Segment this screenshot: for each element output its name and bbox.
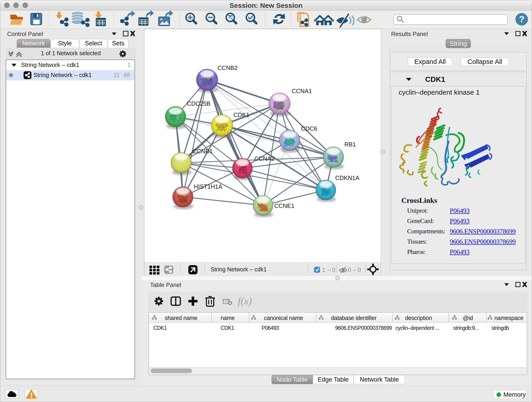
svg-text:CDK1: CDK1 <box>234 111 249 118</box>
svg-text:f(x): f(x) <box>238 295 252 307</box>
svg-text:1 – 0: 1 – 0 <box>322 266 336 273</box>
svg-text:0 – 0: 0 – 0 <box>348 266 361 273</box>
svg-text:CCNA2: CCNA2 <box>254 155 274 162</box>
svg-text:HIST1H1A: HIST1H1A <box>194 183 222 190</box>
svg-text:CCNA1: CCNA1 <box>292 88 312 95</box>
svg-text:?: ? <box>519 14 524 24</box>
svg-text:String Network – cdk1: String Network – cdk1 <box>210 266 267 273</box>
svg-text:CDC6: CDC6 <box>301 125 317 132</box>
svg-text:RB1: RB1 <box>344 141 356 148</box>
svg-text:CCNE1: CCNE1 <box>274 202 294 209</box>
svg-text:CCNB1: CCNB1 <box>192 148 213 155</box>
svg-text:CDKN1A: CDKN1A <box>335 174 360 181</box>
svg-text:CDC25B: CDC25B <box>187 100 210 107</box>
svg-text:CCNB2: CCNB2 <box>217 64 238 71</box>
